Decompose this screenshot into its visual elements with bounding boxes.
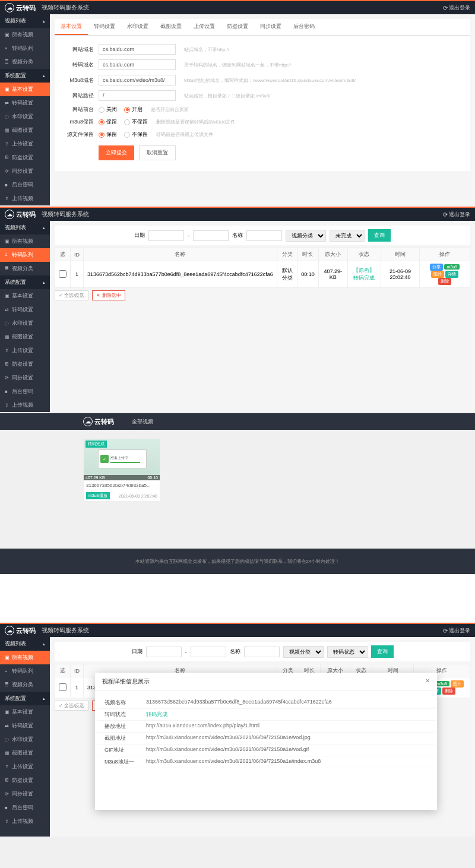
- logout-link[interactable]: 退出登录: [443, 211, 470, 218]
- radio-option[interactable]: 关闭: [99, 106, 117, 113]
- nav-item[interactable]: ▣基本设置: [0, 83, 50, 96]
- op-tag[interactable]: 分享: [430, 264, 443, 271]
- nav-item[interactable]: ▣基本设置: [0, 705, 50, 719]
- text-input[interactable]: [99, 59, 176, 70]
- tab[interactable]: 后台密码: [287, 19, 321, 35]
- nav-item[interactable]: ■后台密码: [0, 178, 50, 192]
- nav-item[interactable]: ■后台密码: [0, 385, 50, 398]
- nav-item[interactable]: ⇄转码设置: [0, 303, 50, 316]
- tab[interactable]: 基本设置: [55, 19, 88, 35]
- nav-item[interactable]: ⇄转码设置: [0, 96, 50, 110]
- category-select[interactable]: 视频分类: [283, 646, 324, 658]
- logout-link[interactable]: 退出登录: [443, 4, 470, 12]
- close-icon[interactable]: ✕: [425, 677, 430, 686]
- nav-item[interactable]: ≣视频分类: [0, 678, 50, 692]
- label-date: 日期: [134, 232, 145, 239]
- search-button[interactable]: 查询: [371, 645, 394, 658]
- op-tag[interactable]: m3u8: [444, 264, 460, 270]
- label-name: 名称: [230, 648, 240, 655]
- tab[interactable]: 同步设置: [254, 19, 287, 35]
- radio-option[interactable]: 保留: [99, 118, 117, 126]
- radio-option[interactable]: 保留: [99, 131, 117, 138]
- date-to-input[interactable]: [191, 647, 226, 657]
- date-from-input[interactable]: [146, 647, 182, 657]
- select-all-button[interactable]: ✓ 全选/反选: [55, 290, 88, 300]
- name-input[interactable]: [244, 647, 280, 657]
- nav-item[interactable]: ⟳同步设置: [0, 164, 50, 178]
- nav-item[interactable]: ▣基本设置: [0, 289, 50, 303]
- reset-button[interactable]: 取消重置: [139, 145, 176, 160]
- status-select[interactable]: 转码状态: [327, 646, 368, 658]
- submit-button[interactable]: 立即提交: [99, 145, 134, 160]
- op-tag[interactable]: 图片: [431, 271, 444, 278]
- nav-item[interactable]: ⇪上传视频: [0, 398, 50, 412]
- tab[interactable]: 上传设置: [188, 19, 221, 35]
- nav-group[interactable]: 系统配置: [0, 275, 50, 289]
- delete-selected-button[interactable]: ✕ 删除选中: [92, 290, 125, 300]
- nav-group[interactable]: 视频列表: [0, 14, 50, 28]
- radio-option[interactable]: 不保留: [124, 131, 148, 138]
- nav-item[interactable]: ≡转码队列: [0, 42, 50, 55]
- nav-item[interactable]: ◌水印设置: [0, 316, 50, 330]
- nav-item[interactable]: ⇪上传设置: [0, 137, 50, 151]
- nav-item[interactable]: ≡转码队列: [0, 664, 50, 678]
- nav-item[interactable]: ▣所有视频: [0, 28, 50, 42]
- row-checkbox[interactable]: [59, 683, 66, 691]
- radio-option[interactable]: 开启: [124, 106, 142, 113]
- nav-item[interactable]: ≣视频分类: [0, 262, 50, 275]
- nav-item[interactable]: ⟳同步设置: [0, 787, 50, 801]
- nav-item[interactable]: ≣视频分类: [0, 55, 50, 69]
- nav-item[interactable]: ◌水印设置: [0, 733, 50, 746]
- nav-item[interactable]: ⇪上传视频: [0, 192, 50, 205]
- name-input[interactable]: [246, 230, 282, 241]
- nav-item[interactable]: ⛨防盗设置: [0, 774, 50, 787]
- status-select[interactable]: 未完成: [330, 230, 365, 242]
- nav-item[interactable]: ⟳同步设置: [0, 371, 50, 385]
- nav-item[interactable]: ⇪上传设置: [0, 344, 50, 357]
- op-tag[interactable]: 删除: [442, 688, 455, 695]
- nav-icon: ⛨: [5, 778, 10, 783]
- nav-group[interactable]: 视频列表: [0, 637, 50, 651]
- tab[interactable]: 水印设置: [121, 19, 154, 35]
- date-to-input[interactable]: [193, 230, 229, 241]
- date-from-input[interactable]: [148, 230, 184, 241]
- radio-option[interactable]: 不保留: [124, 118, 148, 126]
- nav-item[interactable]: ⇄转码设置: [0, 719, 50, 733]
- nav-item[interactable]: ▦截图设置: [0, 330, 50, 344]
- text-input[interactable]: [99, 44, 176, 55]
- search-button[interactable]: 查询: [368, 229, 391, 242]
- text-input[interactable]: [99, 75, 176, 85]
- nav-item[interactable]: ▣所有视频: [0, 235, 50, 248]
- text-input[interactable]: [99, 90, 176, 101]
- m3u8-play-badge[interactable]: m3u8播放: [86, 492, 110, 499]
- nav-item[interactable]: ▣所有视频: [0, 651, 50, 664]
- nav-all-videos[interactable]: 全部视频: [132, 418, 153, 426]
- category-select[interactable]: 视频分类: [286, 230, 326, 242]
- nav-item[interactable]: ◌水印设置: [0, 110, 50, 123]
- nav-item[interactable]: ⛨防盗设置: [0, 357, 50, 371]
- op-tag[interactable]: 图片: [451, 680, 464, 688]
- nav-group[interactable]: 系统配置: [0, 69, 50, 83]
- logout-link[interactable]: 退出登录: [443, 627, 470, 635]
- nav-group[interactable]: 视频列表: [0, 221, 50, 235]
- nav-item[interactable]: ≡转码队列: [0, 248, 50, 262]
- nav-item[interactable]: ⛨防盗设置: [0, 151, 50, 164]
- select-all-button[interactable]: ✓ 全选/反选: [55, 701, 88, 711]
- nav-label: 后台密码: [12, 804, 33, 812]
- video-card[interactable]: 转码完成 ✓ 准备上传中 407.29 KB 00:10 3136673d562…: [83, 438, 160, 502]
- nav-group[interactable]: 系统配置: [0, 692, 50, 705]
- modal-value: 转码完成: [146, 711, 428, 718]
- tab[interactable]: 截图设置: [154, 19, 188, 35]
- op-tag[interactable]: 详情: [445, 271, 458, 278]
- tab[interactable]: 防盗设置: [221, 19, 254, 35]
- tab[interactable]: 转码设置: [88, 19, 121, 35]
- nav-label: 基本设置: [12, 708, 33, 716]
- nav-item[interactable]: ▦截图设置: [0, 123, 50, 137]
- row-checkbox[interactable]: [59, 270, 66, 278]
- nav-icon: ⟳: [5, 169, 10, 174]
- nav-item[interactable]: ■后台密码: [0, 801, 50, 815]
- nav-item[interactable]: ⇪上传视频: [0, 815, 50, 828]
- nav-item[interactable]: ▦截图设置: [0, 746, 50, 760]
- op-tag[interactable]: 删除: [438, 278, 451, 285]
- nav-item[interactable]: ⇪上传设置: [0, 760, 50, 774]
